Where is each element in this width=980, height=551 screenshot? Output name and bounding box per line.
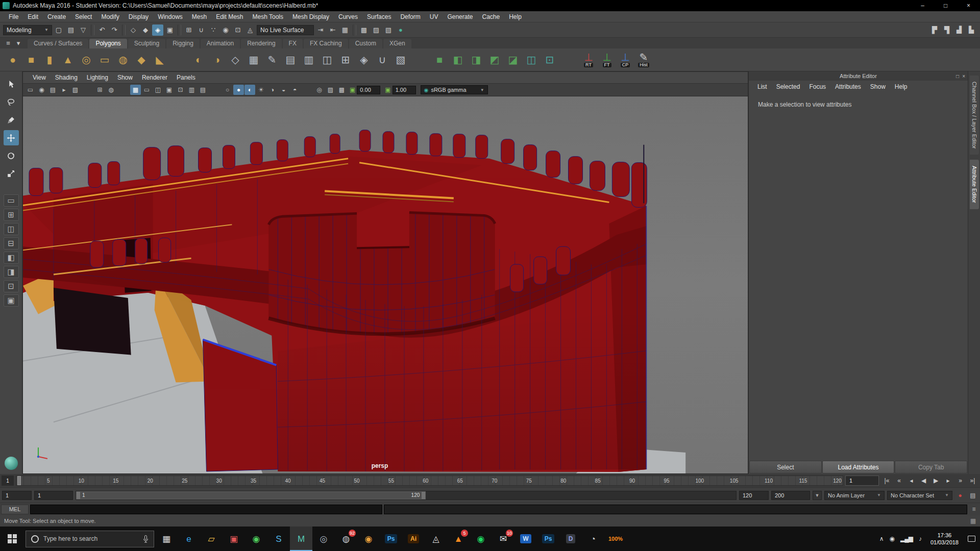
attribute-editor-titlebar[interactable]: Attribute Editor □ ×	[749, 71, 968, 81]
bridge-icon[interactable]: ∪	[374, 49, 391, 70]
exposure-toggle-icon[interactable]: ▣	[350, 86, 355, 93]
panel-menu-item[interactable]: Shading	[51, 73, 82, 82]
workspace-toggle-icon[interactable]: ▛	[929, 24, 940, 36]
animation-end-field[interactable]: 200	[771, 491, 810, 500]
panel-menu-item[interactable]: Renderer	[137, 73, 172, 82]
menu-item[interactable]: Deform	[396, 12, 425, 21]
crease-icon[interactable]: ◇	[227, 49, 244, 70]
menu-item[interactable]: Select	[70, 12, 96, 21]
tab-attribute-editor[interactable]: Attribute Editor	[970, 160, 979, 209]
command-result-field[interactable]	[384, 505, 967, 514]
play-backwards-button[interactable]: ◀	[918, 475, 929, 486]
poly-pyramid-icon[interactable]: ◣	[151, 49, 168, 70]
attribute-editor-menu-item[interactable]: Show	[866, 83, 890, 91]
render-view-icon[interactable]: ●	[395, 24, 406, 36]
append-polygon-icon[interactable]: ▧	[392, 49, 409, 70]
construction-history-icon[interactable]: ▦	[339, 24, 351, 36]
poly-torus-icon[interactable]: ◎	[78, 49, 95, 70]
range-slider-track[interactable]: 1 120	[76, 491, 737, 500]
color-management-dropdown[interactable]: ◉ sRGB gamma ▼	[421, 85, 488, 94]
extrude-icon[interactable]: ⊞	[337, 49, 354, 70]
offset-edge-loop-icon[interactable]: ◫	[318, 49, 336, 70]
skype-app[interactable]: S	[267, 527, 290, 551]
menu-item[interactable]: Curves	[334, 12, 362, 21]
character-set-dropdown[interactable]: No Character Set▼	[887, 491, 952, 500]
step-forward-key-button[interactable]: »	[954, 475, 966, 486]
attribute-editor-menu-item[interactable]: Selected	[772, 83, 805, 91]
smooth-icon[interactable]: ◐	[190, 49, 207, 70]
people-icon[interactable]: ◉	[889, 535, 894, 542]
select-hierarchy-icon[interactable]: ◇	[128, 24, 139, 36]
move-tool[interactable]	[4, 130, 19, 145]
modeling-toolkit-toggle-icon[interactable]: ▜	[941, 24, 952, 36]
quad-draw-icon[interactable]: ⊡	[541, 49, 558, 70]
attribute-editor-toggle-icon[interactable]: ▟	[953, 24, 965, 36]
isolate-select-icon[interactable]: ◎	[314, 85, 325, 95]
resolution-gate-icon[interactable]: ◫	[153, 85, 163, 95]
unity-app[interactable]: ◬	[425, 527, 447, 551]
start-button[interactable]	[0, 527, 24, 551]
combine-icon[interactable]: ◪	[504, 49, 522, 70]
step-forward-frame-button[interactable]: ▸	[942, 475, 954, 486]
shelf-tab-rigging[interactable]: Rigging	[166, 39, 200, 48]
lasso-tool[interactable]	[4, 94, 19, 110]
shelf-tab-fx-caching[interactable]: FX Caching	[304, 39, 348, 48]
select-button[interactable]: Select	[749, 461, 822, 473]
close-button[interactable]: ×	[957, 0, 980, 11]
select-asset-icon[interactable]: ▣	[164, 24, 176, 36]
whatsapp-app[interactable]: ◉	[245, 527, 267, 551]
attribute-editor-menu-item[interactable]: Focus	[804, 83, 830, 91]
poly-plane-icon[interactable]: ▭	[96, 49, 113, 70]
animation-preferences-icon[interactable]: ▤	[968, 490, 978, 500]
boolean-union-icon[interactable]: ■	[431, 49, 448, 70]
insert-edge-loop-icon[interactable]: ▥	[300, 49, 317, 70]
photoshop-2-app[interactable]: Ps	[537, 527, 559, 551]
poly-platonic-icon[interactable]: ◆	[133, 49, 150, 70]
snap-point-icon[interactable]: ∵	[208, 24, 219, 36]
freeze-transform-icon[interactable]: ⊥ FT	[598, 49, 616, 70]
input-connections-icon[interactable]: ⇥	[315, 24, 326, 36]
field-chart-icon[interactable]: ⊡	[175, 85, 186, 95]
playback-range[interactable]: 1 120	[76, 491, 426, 499]
step-back-key-button[interactable]: «	[893, 475, 905, 486]
go-to-start-button[interactable]: |«	[881, 475, 893, 486]
poly-cylinder-icon[interactable]: ▮	[41, 49, 58, 70]
separate-icon[interactable]: ◩	[486, 49, 503, 70]
wireframe-icon[interactable]: ○	[222, 85, 233, 95]
oversampling-icon[interactable]: ◍	[106, 85, 116, 95]
delete-history-icon[interactable]: ✎ Hist	[635, 49, 652, 70]
discord-app[interactable]: D	[559, 527, 582, 551]
vlc-app[interactable]: ▲ 5	[447, 527, 470, 551]
task-view-button[interactable]: ▦	[155, 527, 178, 551]
render-settings-icon[interactable]: ▧	[383, 24, 394, 36]
viewport-3d-canvas[interactable]: persp	[23, 96, 748, 473]
shelf-tab-curves-surfaces[interactable]: Curves / Surfaces	[28, 39, 88, 48]
poly-sphere-icon[interactable]: ●	[4, 49, 21, 70]
connect-icon[interactable]: ▤	[282, 49, 299, 70]
xray-joints-icon[interactable]: ▩	[336, 85, 347, 95]
panel-menu-item[interactable]: Panels	[172, 73, 200, 82]
poly-cube-icon[interactable]: ■	[22, 49, 40, 70]
three-pane-split-layout[interactable]: ◧	[4, 252, 19, 264]
menu-item[interactable]: File	[4, 12, 23, 21]
open-scene-icon[interactable]: ▤	[65, 24, 77, 36]
bookmarks-icon[interactable]: ▸	[59, 85, 69, 95]
rotate-tool[interactable]	[4, 148, 19, 163]
maya-app[interactable]: M	[290, 527, 312, 551]
illustrator-app[interactable]: Ai	[402, 527, 425, 551]
shelf-arrow-icon[interactable]: ▾	[14, 39, 22, 47]
snap-grid-icon[interactable]: ⊞	[183, 24, 194, 36]
gamma-field[interactable]: 1.00	[393, 86, 416, 94]
attribute-editor-menu-item[interactable]: Help	[890, 83, 912, 91]
new-scene-icon[interactable]: ▢	[53, 24, 64, 36]
ambient-occlusion-icon[interactable]: ◒	[278, 85, 289, 95]
mel-input[interactable]	[30, 505, 382, 514]
multi-cut-icon[interactable]: ✎	[263, 49, 281, 70]
shelf-tab-custom[interactable]: Custom	[349, 39, 382, 48]
motion-blur-icon[interactable]: ◓	[289, 85, 300, 95]
afterburner-app[interactable]: ◍ 92	[335, 527, 357, 551]
close-icon[interactable]: ×	[962, 73, 965, 79]
lattice-icon[interactable]: ▦	[245, 49, 262, 70]
smooth-shade-icon[interactable]: ●	[233, 85, 244, 95]
attribute-editor-menu-item[interactable]: Attributes	[830, 83, 866, 91]
